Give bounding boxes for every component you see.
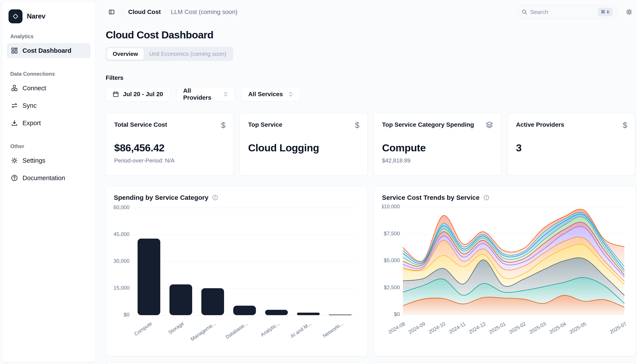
topbar-nav: Cloud Cost LLM Cost (coming soon) — [128, 8, 237, 16]
topbar: Cloud Cost LLM Cost (coming soon) ⌘ K — [106, 6, 635, 18]
tab-unit-economics[interactable]: Unit Economics (coming soon) — [144, 48, 232, 60]
info-icon[interactable] — [483, 194, 490, 201]
sidebar: Narev Analytics Cost Dashboard Data Conn… — [2, 2, 96, 362]
sidebar-toggle-button[interactable] — [106, 6, 117, 18]
svg-text:2024-10: 2024-10 — [428, 321, 446, 335]
charts-row: Spending by Service Category $0$15,000$3… — [106, 186, 635, 356]
chevron-up-down-icon — [223, 91, 228, 97]
search-input[interactable] — [530, 9, 591, 16]
area-chart-card: Service Cost Trends by Service $0$2,500$… — [374, 186, 635, 356]
layers-icon — [486, 121, 493, 131]
svg-text:2024-12: 2024-12 — [468, 321, 487, 335]
search-shortcut-badge: ⌘ K — [598, 8, 613, 16]
date-range-picker[interactable]: Jul 20 - Jul 20 — [106, 87, 170, 102]
service-select-value: All Services — [248, 91, 283, 98]
stat-value: $86,456.42 — [114, 142, 225, 154]
section-label-other: Other — [10, 143, 91, 150]
sidebar-item-settings[interactable]: Settings — [7, 153, 91, 168]
page-title: Cloud Cost Dashboard — [106, 29, 635, 41]
bar-chart-svg: $0$15,000$30,000$45,000$60,000ComputeSto… — [114, 201, 360, 347]
svg-text:2024-08: 2024-08 — [387, 321, 406, 335]
cloud-cost-dashboard-app: { "app": { "name": "Narev" }, "topbar": … — [0, 0, 637, 364]
service-select[interactable]: All Services — [242, 87, 300, 102]
dollar-icon: $ — [221, 121, 225, 130]
stat-card-active-providers: Active Providers $ 3 — [508, 113, 635, 176]
sidebar-item-documentation[interactable]: Documentation — [7, 170, 91, 186]
bar-chart-title: Spending by Service Category — [114, 194, 208, 201]
svg-text:2025-02: 2025-02 — [508, 321, 527, 335]
sidebar-item-label: Settings — [23, 157, 45, 164]
svg-text:$2,500: $2,500 — [384, 284, 400, 290]
stat-title: Top Service — [248, 121, 359, 128]
sun-icon — [625, 8, 633, 16]
svg-text:2025-07: 2025-07 — [609, 321, 627, 335]
svg-text:$30,000: $30,000 — [114, 258, 129, 264]
narev-diamond-logo-icon — [9, 10, 23, 23]
theme-toggle-button[interactable] — [623, 6, 635, 18]
svg-text:$0: $0 — [124, 312, 129, 318]
sidebar-item-sync[interactable]: Sync — [7, 98, 91, 113]
svg-text:Analytic...: Analytic... — [259, 320, 281, 338]
calendar-icon — [112, 91, 119, 98]
download-icon — [11, 119, 18, 127]
svg-text:AI and M...: AI and M... — [289, 320, 313, 339]
svg-text:$45,000: $45,000 — [114, 231, 129, 237]
svg-text:2024-09: 2024-09 — [407, 321, 426, 335]
sidebar-item-export[interactable]: Export — [7, 115, 91, 131]
help-circle-icon — [11, 174, 18, 182]
sidebar-item-label: Connect — [23, 84, 46, 92]
svg-text:$10,000: $10,000 — [382, 204, 400, 209]
stat-card-total-service-cost: Total Service Cost $ $86,456.42 Period-o… — [106, 113, 234, 176]
sidebar-item-cost-dashboard[interactable]: Cost Dashboard — [7, 43, 91, 58]
next-charts-row — [106, 362, 635, 364]
sidebar-item-label: Documentation — [23, 174, 65, 182]
stat-card-top-category-spending: Top Service Category Spending Compute $4… — [374, 113, 501, 176]
stat-value: Cloud Logging — [248, 142, 359, 154]
svg-text:Manageme...: Manageme... — [189, 320, 217, 342]
app-name: Narev — [27, 12, 45, 20]
tab-bar: Overview Unit Economics (coming soon) — [106, 47, 233, 61]
search-icon — [521, 9, 528, 15]
area-chart-svg: $0$2,500$5,000$7,500$10,0002024-082024-0… — [382, 201, 628, 347]
svg-text:Compute: Compute — [133, 320, 153, 337]
filters-row: Jul 20 - Jul 20 All Providers All Servic… — [106, 87, 635, 102]
topbar-right: ⌘ K — [518, 6, 635, 18]
dollar-icon: $ — [623, 121, 627, 130]
filters-label: Filters — [106, 74, 635, 81]
stat-value: Compute — [382, 142, 493, 154]
stats-row: Total Service Cost $ $86,456.42 Period-o… — [106, 113, 635, 176]
partial-card — [374, 362, 635, 364]
stat-card-top-service: Top Service $ Cloud Logging — [240, 113, 367, 176]
svg-text:2025-04: 2025-04 — [548, 321, 567, 335]
sync-arrows-icon — [11, 102, 18, 109]
area-chart-title: Service Cost Trends by Service — [382, 194, 480, 201]
nav-cloud-cost[interactable]: Cloud Cost — [128, 8, 161, 16]
stat-subtext: Period-over-Period: N/A — [114, 157, 225, 164]
nav-llm-cost[interactable]: LLM Cost (coming soon) — [171, 8, 237, 16]
search-box[interactable]: ⌘ K — [518, 6, 616, 18]
cubes-icon — [11, 84, 18, 92]
panel-icon — [108, 9, 115, 15]
partial-card — [106, 362, 368, 364]
info-icon[interactable] — [212, 194, 218, 201]
svg-text:$7,500: $7,500 — [384, 230, 400, 236]
provider-select-value: All Providers — [183, 87, 219, 101]
chevron-up-down-icon — [288, 91, 293, 97]
section-label-data-connections: Data Connections — [10, 71, 91, 77]
gear-icon — [11, 157, 18, 164]
svg-text:$0: $0 — [394, 311, 400, 317]
sidebar-item-connect[interactable]: Connect — [7, 80, 91, 96]
provider-select[interactable]: All Providers — [176, 87, 235, 102]
sidebar-item-label: Export — [23, 120, 41, 127]
logo[interactable]: Narev — [7, 8, 91, 25]
bar-chart-card: Spending by Service Category $0$15,000$3… — [106, 186, 368, 356]
stat-title: Total Service Cost — [114, 121, 225, 128]
section-label-analytics: Analytics — [10, 33, 91, 40]
svg-text:$60,000: $60,000 — [114, 204, 129, 210]
svg-text:$5,000: $5,000 — [384, 257, 400, 263]
svg-text:Database...: Database... — [225, 320, 249, 340]
svg-text:2024-11: 2024-11 — [448, 321, 467, 335]
dashboard-grid-icon — [11, 47, 18, 54]
svg-text:Networki...: Networki... — [322, 320, 344, 339]
tab-overview[interactable]: Overview — [107, 48, 144, 60]
